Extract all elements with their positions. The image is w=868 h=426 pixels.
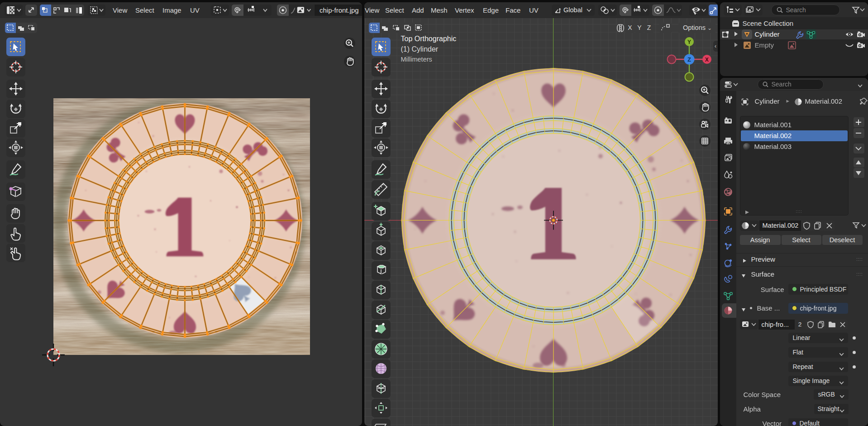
svg-text:Z: Z	[687, 56, 691, 63]
svg-text:X: X	[705, 57, 708, 63]
svg-text:Y: Y	[687, 39, 691, 45]
svg-text:Global: Global	[563, 6, 582, 14]
